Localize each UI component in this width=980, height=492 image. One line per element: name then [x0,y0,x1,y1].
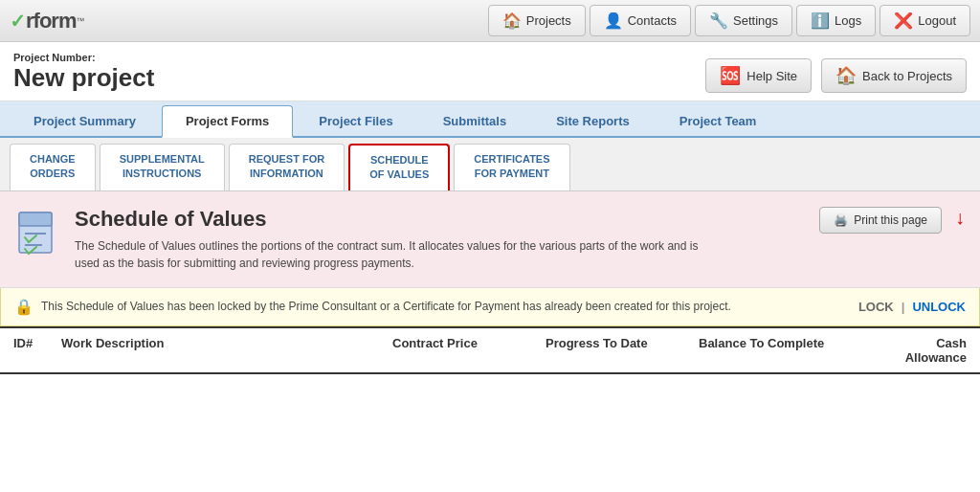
nav-contacts[interactable]: 👤 Contacts [590,5,691,36]
nav-items: 🏠 Projects 👤 Contacts 🔧 Settings ℹ️ Logs… [488,5,970,36]
project-header: Project Number: New project 🆘 Help Site … [0,42,980,101]
subtab-schedule-of-values[interactable]: SCHEDULEOF VALUES [348,144,450,190]
help-icon: 🆘 [720,65,741,86]
help-site-label: Help Site [746,69,797,83]
help-site-button[interactable]: 🆘 Help Site [705,58,812,93]
back-icon: 🏠 [835,65,857,86]
col-header-cash-allowance: CashAllowance [871,336,967,365]
lock-separator: | [902,300,905,314]
logo-name: rform [26,9,76,34]
nav-projects-label: Projects [526,13,571,28]
unlock-button[interactable]: UNLOCK [912,300,966,314]
col-header-balance-to-complete: Balance To Complete [699,336,871,365]
project-number-label: Project Number: [13,52,154,63]
subtab-change-orders[interactable]: CHANGEORDERS [10,144,96,190]
top-navigation: ✓ rform ™ 🏠 Projects 👤 Contacts 🔧 Settin… [0,0,980,42]
nav-logs-label: Logs [835,13,861,28]
col-header-progress-to-date: Progress To Date [546,336,699,365]
document-icon [15,211,61,269]
lock-icon: 🔒 [14,298,33,316]
svg-rect-1 [19,212,52,226]
tab-project-files[interactable]: Project Files [295,105,416,136]
projects-icon: 🏠 [502,11,522,30]
nav-logs[interactable]: ℹ️ Logs [796,5,876,36]
arrow-down-icon: ↓ [955,207,965,229]
section-title: Schedule of Values [75,207,725,232]
lock-message: This Schedule of Values has been locked … [41,300,731,313]
logo-checkmark: ✓ [10,10,26,33]
logout-icon: ❌ [894,11,913,30]
sub-tabs: CHANGEORDERS SUPPLEMENTALINSTRUCTIONS RE… [0,138,980,191]
back-to-projects-label: Back to Projects [862,69,952,83]
col-header-id: ID# [13,336,61,365]
project-name: New project [13,63,154,93]
table-header: ID# Work Description Contract Price Prog… [0,326,980,374]
subtab-supplemental-instructions[interactable]: SUPPLEMENTALINSTRUCTIONS [100,144,225,190]
nav-contacts-label: Contacts [628,13,677,28]
contacts-icon: 👤 [604,11,623,30]
nav-settings[interactable]: 🔧 Settings [695,5,792,36]
col-header-contract-price: Contract Price [392,336,546,365]
section-description: The Schedule of Values outlines the port… [75,237,725,272]
print-label: Print this page [854,213,927,227]
nav-settings-label: Settings [733,13,778,28]
print-button[interactable]: 🖨️ Print this page [819,207,942,234]
logs-icon: ℹ️ [811,11,830,30]
nav-logout-label: Logout [918,13,956,28]
print-area: 🖨️ Print this page ↓ [819,207,965,234]
subtab-rfi[interactable]: REQUEST FORINFORMATION [229,144,345,190]
tab-project-team[interactable]: Project Team [656,105,781,136]
project-info: Project Number: New project [13,52,154,93]
tab-submittals[interactable]: Submittals [419,105,530,136]
main-tabs: Project Summary Project Forms Project Fi… [0,101,980,138]
nav-projects[interactable]: 🏠 Projects [488,5,586,36]
section-left: Schedule of Values The Schedule of Value… [15,207,725,272]
tab-project-forms[interactable]: Project Forms [162,105,293,138]
header-buttons: 🆘 Help Site 🏠 Back to Projects [705,58,967,93]
logo-tm: ™ [76,16,84,26]
logo: ✓ rform ™ [10,9,84,34]
section-header: Schedule of Values The Schedule of Value… [15,207,965,272]
subtab-certificates-for-payment[interactable]: CERTIFICATESFOR PAYMENT [454,144,569,190]
lock-actions: LOCK | UNLOCK [858,300,966,314]
lock-button[interactable]: LOCK [858,300,894,314]
tab-site-reports[interactable]: Site Reports [532,105,654,136]
tab-project-summary[interactable]: Project Summary [10,105,160,136]
lock-notice: 🔒 This Schedule of Values has been locke… [0,288,980,326]
lock-notice-left: 🔒 This Schedule of Values has been locke… [14,298,731,316]
nav-logout[interactable]: ❌ Logout [880,5,970,36]
back-to-projects-button[interactable]: 🏠 Back to Projects [821,58,967,93]
col-header-work-description: Work Description [61,336,392,365]
printer-icon: 🖨️ [834,213,848,227]
settings-icon: 🔧 [709,11,728,30]
section-info: Schedule of Values The Schedule of Value… [75,207,725,272]
content-area: Schedule of Values The Schedule of Value… [0,191,980,288]
